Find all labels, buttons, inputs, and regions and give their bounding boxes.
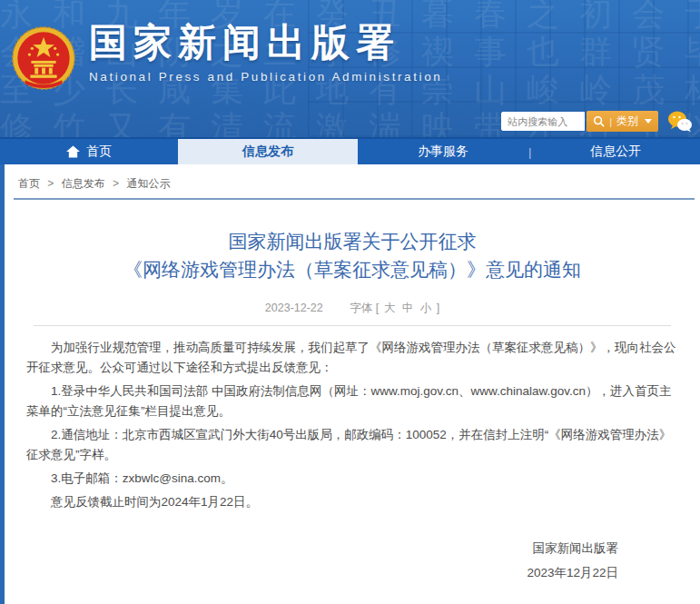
search-button[interactable]: | 类别 [587,111,658,132]
nav-item-home[interactable]: 首页 [0,139,178,164]
breadcrumb-home[interactable]: 首页 [18,177,40,190]
nav-label-home: 首页 [86,144,112,160]
article-title-line2: 《网络游戏管理办法（草案征求意见稿）》意见的通知 [123,259,581,280]
search-divider: | [609,116,612,127]
paragraph: 2.通信地址：北京市西城区宣武门外大街40号出版局，邮政编码：100052，并在… [26,425,678,465]
publish-date: 2023-12-22 [265,302,323,314]
font-size-label: 字体 [350,302,372,314]
article-meta: 2023-12-22 字体 [ 大 中 小 ] [5,301,700,316]
nav-label-info-release: 信息发布 [242,144,293,160]
site-title: 国家新闻出版署 [89,22,442,64]
breadcrumb-divider [14,198,695,200]
signature-date: 2023年12月22日 [26,560,618,585]
bracket-open: [ [376,302,379,314]
search-bar: | 类别 [501,110,693,133]
signature-agency: 国家新闻出版署 [26,536,618,560]
paragraph: 1.登录中华人民共和国司法部 中国政府法制信息网（网址：www.moj.gov.… [26,381,678,421]
bracket-close: ] [437,302,439,314]
site-header: 永和九年岁在癸丑暮春之初会于会稽山阴之兰亭修禊事也群贤毕至少长咸集此地有崇山峻岭… [0,0,700,137]
brand-block: 国家新闻出版署 National Press and Publication A… [11,22,442,91]
font-size-medium-button[interactable]: 中 [402,302,414,314]
category-label: 类别 [616,114,638,129]
breadcrumb-notice[interactable]: 通知公示 [126,177,170,190]
main-nav: 首页 信息发布 办事服务 | 信息公开 [0,137,700,164]
article-title: 国家新闻出版署关于公开征求 《网络游戏管理办法（草案征求意见稿）》意见的通知 [32,227,673,283]
paragraph: 意见反馈截止时间为2024年1月22日。 [26,492,678,512]
breadcrumb-separator: > [113,177,119,190]
page-body: 首页 > 信息发布 > 通知公示 国家新闻出版署关于公开征求 《网络游戏管理办法… [0,164,700,604]
national-emblem-logo [11,25,76,91]
nav-item-info-disclosure[interactable]: 信息公开 [531,139,700,164]
chevron-down-icon [645,119,652,124]
search-input[interactable] [501,112,585,131]
wechat-icon[interactable] [667,110,693,133]
article-title-line1: 国家新闻出版署关于公开征求 [229,231,477,252]
signature-block: 国家新闻出版署 2023年12月22日 [26,536,678,585]
font-size-large-button[interactable]: 大 [384,302,396,314]
search-icon [593,115,605,127]
home-icon [66,145,80,158]
article-content: 为加强行业规范管理，推动高质量可持续发展，我们起草了《网络游戏管理办法（草案征求… [5,326,700,604]
nav-item-info-release[interactable]: 信息发布 [178,139,358,164]
breadcrumb-info-release[interactable]: 信息发布 [62,177,105,190]
paragraph: 为加强行业规范管理，推动高质量可持续发展，我们起草了《网络游戏管理办法（草案征求… [26,338,678,378]
font-size-small-button[interactable]: 小 [420,302,432,314]
nav-item-services[interactable]: 办事服务 [358,139,528,164]
paragraph: 3.电子邮箱：zxbwlc@sina.com。 [26,469,678,489]
nav-label-info-disclosure: 信息公开 [590,144,641,160]
nav-label-services: 办事服务 [418,144,468,160]
site-subtitle: National Press and Publication Administr… [89,70,442,84]
breadcrumb-separator: > [47,177,54,190]
breadcrumb: 首页 > 信息发布 > 通知公示 [5,164,700,198]
